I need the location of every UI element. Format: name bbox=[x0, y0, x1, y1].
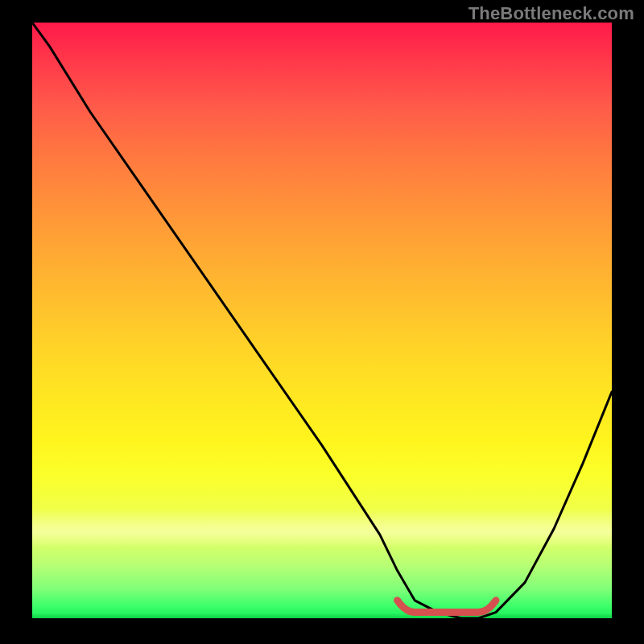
watermark-text: TheBottleneck.com bbox=[469, 3, 634, 24]
chart-frame: TheBottleneck.com bbox=[0, 0, 644, 644]
bottom-green-edge bbox=[32, 612, 612, 618]
plot-area bbox=[32, 23, 612, 618]
heat-gradient-background bbox=[32, 23, 612, 618]
